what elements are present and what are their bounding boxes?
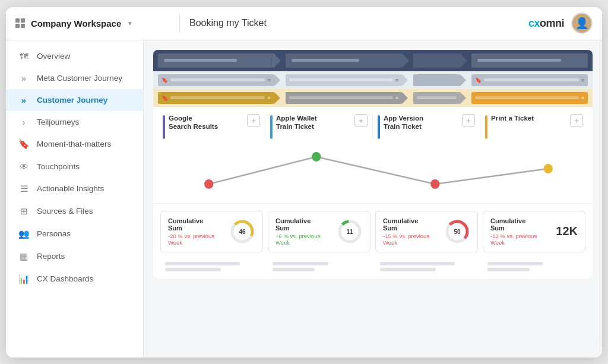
touchpoint-name-google: GoogleSearch Results	[169, 114, 218, 132]
gray-seg-1: 🔖 ≡	[158, 74, 274, 86]
bottom-line-a4	[487, 262, 543, 265]
cast-icon: ⊞	[18, 206, 30, 217]
sidebar-item-sources[interactable]: ⊞ Sources & Files	[6, 200, 143, 223]
metric-text-1: CumulativeSum -20 % vs. previous Week	[168, 217, 224, 246]
titlebar: Company Workspace ▾ Booking my Ticket cx…	[6, 7, 602, 40]
bottom-lines-3	[375, 262, 478, 271]
bookmark-y-icon: 🔖	[162, 95, 168, 101]
sidebar-label-reports: Reports	[37, 252, 65, 261]
sidebar-label-personas: Personas	[37, 229, 71, 238]
touchpoints-row: GoogleSearch Results + Apple WalletTrain…	[153, 107, 593, 144]
phase-seg-3	[413, 53, 460, 68]
bottom-line-b2	[273, 268, 315, 271]
bar-chart-icon: 📊	[18, 274, 30, 284]
yellow-fill-4	[475, 96, 578, 99]
map-icon: 🗺	[18, 51, 30, 61]
eye-icon: 👁	[18, 162, 30, 172]
sidebar-item-personas[interactable]: 👥 Personas	[6, 223, 143, 245]
cxomni-logo: cxomni	[528, 17, 564, 30]
bookmark-seg-icon-4: 🔖	[475, 77, 482, 83]
yellow-seg-3	[413, 92, 460, 104]
titlebar-right: cxomni 👤	[528, 12, 593, 34]
yellow-seg-2: ≡	[286, 92, 402, 104]
yellow-seg-1: 🔖 ≡	[158, 92, 274, 104]
sidebar-item-touchpoints[interactable]: 👁 Touchpoints	[6, 156, 143, 178]
yellow-fill-3	[417, 96, 456, 99]
touchpoint-color-google	[163, 115, 165, 139]
titlebar-left: Company Workspace ▾	[15, 18, 170, 29]
bookmark-seg-icon: 🔖	[162, 77, 168, 83]
yellow-arrow-3	[460, 92, 466, 104]
sidebar-item-teiljourneys[interactable]: › Teiljourneys	[6, 111, 143, 133]
arrow-1	[274, 53, 281, 68]
donut-1: 46	[229, 219, 255, 245]
touchpoint-add-apple[interactable]: +	[354, 114, 368, 127]
metric-change-3: -15 % vs. previous Week	[383, 233, 439, 246]
bottom-line-b3	[380, 268, 436, 271]
yellow-arrow-2	[402, 92, 408, 104]
yellow-fill-2	[289, 96, 392, 99]
sidebar-label-journey: Customer Journey	[37, 96, 107, 105]
phase-bar-fill-2	[292, 59, 359, 62]
touchpoint-add-app[interactable]: +	[462, 114, 475, 127]
gray-seg-4: 🔖 ≡	[471, 74, 588, 86]
touchpoint-app: App VersionTrain Ticket +	[373, 114, 480, 139]
sidebar-item-meta-customer-journey[interactable]: » Meta Customer Journey	[6, 67, 143, 89]
gray-fill-2	[289, 78, 392, 81]
phase-row-gray: 🔖 ≡ ≡ 🔖 ≡	[153, 71, 593, 89]
chart-area	[153, 144, 593, 203]
chevron-down-icon[interactable]: ▾	[128, 20, 132, 27]
arrow-2	[402, 53, 409, 68]
bottom-line-b4	[487, 268, 530, 271]
menu-y-icon-2: ≡	[395, 95, 398, 101]
metric-card-4: CumulativeSum -12 % vs. previous Week 12…	[483, 211, 585, 252]
touchpoint-add-print[interactable]: +	[570, 114, 583, 127]
phase-seg-1	[158, 53, 274, 68]
svg-text:50: 50	[454, 229, 461, 235]
app-window: Company Workspace ▾ Booking my Ticket cx…	[6, 7, 602, 357]
avatar[interactable]: 👤	[571, 12, 593, 34]
touchpoint-add-google[interactable]: +	[247, 114, 260, 127]
phase-seg-2	[286, 53, 402, 68]
arrow-3	[460, 53, 467, 68]
bottom-lines-2	[268, 262, 370, 271]
sidebar-label-touch: Touchpoints	[37, 162, 80, 171]
bookmark-icon: 🔖	[18, 139, 30, 150]
gray-arrow-1	[274, 74, 280, 86]
metric-card-2: CumulativeSum +6 % vs. previous Week 11	[268, 211, 370, 252]
metric-label-4: CumulativeSum	[490, 217, 551, 232]
yellow-arrow-1	[274, 92, 280, 104]
sidebar-item-reports[interactable]: ▦ Reports	[6, 245, 143, 268]
metric-change-4: -12 % vs. previous Week	[490, 233, 551, 246]
touchpoint-color-apple	[270, 115, 273, 139]
sidebar-item-cx-dashboards[interactable]: 📊 CX Dashboards	[6, 268, 143, 290]
sidebar-item-customer-journey[interactable]: » Customer Journey	[6, 89, 143, 111]
list-seg-icon: ≡	[267, 77, 270, 83]
metric-change-2: +6 % vs. previous Week	[276, 233, 332, 246]
donut-2: 11	[337, 219, 363, 245]
phase-seg-4	[471, 53, 588, 68]
bottom-lines-row	[153, 259, 593, 278]
users-icon: 👥	[18, 229, 30, 239]
sidebar-label-cx: CX Dashboards	[37, 274, 93, 283]
omni-text: omni	[540, 17, 564, 29]
grid-icon	[15, 18, 25, 28]
list-icon: ☰	[18, 183, 30, 194]
gray-arrow-3	[460, 74, 466, 86]
chart-dot-4	[544, 164, 553, 173]
touchpoint-color-print	[485, 115, 487, 139]
chart-dot-3	[430, 179, 439, 189]
sidebar-label-meta: Meta Customer Journey	[37, 74, 122, 83]
sidebar-label-teil: Teiljourneys	[37, 118, 79, 126]
sidebar-item-actionable[interactable]: ☰ Actionable Insights	[6, 178, 143, 200]
bottom-line-a3	[380, 262, 455, 265]
phase-bar-fill-4	[477, 59, 561, 62]
metric-value-large: 12K	[556, 224, 578, 238]
page-title: Booking my Ticket	[189, 18, 267, 29]
sidebar: 🗺 Overview » Meta Customer Journey » Cus…	[6, 40, 144, 357]
menu-y-icon-4: ≡	[581, 95, 584, 101]
svg-text:46: 46	[239, 229, 246, 235]
main-content: 🗺 Overview » Meta Customer Journey » Cus…	[6, 40, 602, 357]
sidebar-item-overview[interactable]: 🗺 Overview	[6, 45, 143, 67]
sidebar-item-moment[interactable]: 🔖 Moment-that-matters	[6, 133, 143, 156]
